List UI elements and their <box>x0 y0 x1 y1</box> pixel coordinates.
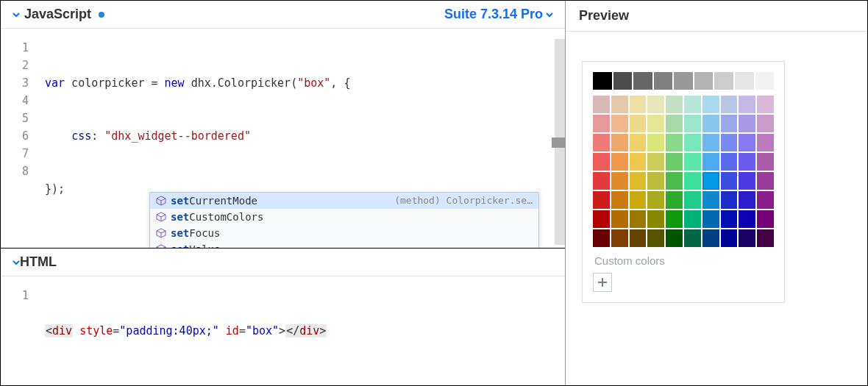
color-swatch[interactable] <box>630 153 647 171</box>
color-swatch[interactable] <box>611 210 628 228</box>
color-swatch[interactable] <box>684 134 701 151</box>
color-swatch[interactable] <box>611 191 628 209</box>
color-swatch[interactable] <box>647 153 664 171</box>
color-swatch[interactable] <box>630 229 647 247</box>
add-custom-color-button[interactable] <box>593 273 612 292</box>
color-swatch[interactable] <box>721 191 738 209</box>
color-swatch[interactable] <box>721 210 738 228</box>
suite-version-select[interactable]: Suite 7.3.14 Pro <box>444 7 553 22</box>
html-code-area[interactable]: <div style="padding:40px;" id="box"></di… <box>38 276 565 385</box>
autocomplete-item[interactable]: setValue <box>150 241 538 248</box>
color-swatch[interactable] <box>684 115 701 132</box>
color-swatch[interactable] <box>757 210 774 228</box>
autocomplete-item[interactable]: setCurrentMode(method) Colorpicker.se… <box>150 193 538 209</box>
color-swatch[interactable] <box>739 172 755 190</box>
color-swatch[interactable] <box>714 72 733 90</box>
color-swatch[interactable] <box>702 115 719 132</box>
color-swatch[interactable] <box>739 210 755 228</box>
color-swatch[interactable] <box>684 96 701 113</box>
color-swatch[interactable] <box>721 134 738 151</box>
color-swatch[interactable] <box>666 229 683 247</box>
color-swatch[interactable] <box>757 172 774 190</box>
color-swatch[interactable] <box>613 72 633 90</box>
color-swatch[interactable] <box>630 191 647 209</box>
color-swatch[interactable] <box>647 96 664 113</box>
autocomplete-item[interactable]: setFocus <box>150 225 538 241</box>
color-swatch[interactable] <box>721 115 738 132</box>
color-swatch[interactable] <box>739 153 755 171</box>
color-swatch[interactable] <box>593 96 610 113</box>
color-swatch[interactable] <box>702 153 719 171</box>
color-swatch[interactable] <box>647 134 664 151</box>
color-swatch[interactable] <box>593 172 610 190</box>
color-swatch[interactable] <box>739 96 755 113</box>
color-swatch[interactable] <box>674 72 693 90</box>
color-swatch[interactable] <box>702 172 719 190</box>
color-swatch[interactable] <box>647 172 664 190</box>
color-swatch[interactable] <box>757 115 774 132</box>
color-swatch[interactable] <box>702 96 719 113</box>
color-swatch[interactable] <box>735 72 754 90</box>
color-swatch[interactable] <box>739 134 755 151</box>
color-swatch[interactable] <box>654 72 673 90</box>
color-swatch[interactable] <box>757 96 774 113</box>
color-swatch[interactable] <box>647 115 664 132</box>
color-swatch[interactable] <box>593 72 612 90</box>
color-swatch[interactable] <box>633 72 652 90</box>
color-swatch[interactable] <box>739 191 755 209</box>
color-swatch[interactable] <box>702 210 719 228</box>
color-swatch[interactable] <box>666 96 683 113</box>
color-swatch[interactable] <box>630 96 647 113</box>
color-swatch[interactable] <box>611 229 628 247</box>
color-swatch[interactable] <box>630 115 647 132</box>
color-swatch[interactable] <box>593 115 610 132</box>
color-swatch[interactable] <box>630 134 647 151</box>
color-swatch[interactable] <box>666 115 683 132</box>
color-swatch[interactable] <box>739 115 755 132</box>
color-swatch[interactable] <box>630 172 647 190</box>
color-swatch[interactable] <box>721 229 738 247</box>
autocomplete-item[interactable]: setCustomColors <box>150 209 538 225</box>
color-swatch[interactable] <box>684 229 701 247</box>
color-swatch[interactable] <box>647 191 664 209</box>
color-swatch[interactable] <box>630 210 647 228</box>
color-swatch[interactable] <box>702 134 719 151</box>
color-swatch[interactable] <box>593 134 610 151</box>
color-swatch[interactable] <box>666 134 683 151</box>
color-swatch[interactable] <box>739 229 755 247</box>
color-swatch[interactable] <box>721 172 738 190</box>
color-swatch[interactable] <box>647 210 664 228</box>
color-swatch[interactable] <box>757 229 774 247</box>
color-swatch[interactable] <box>757 191 774 209</box>
color-swatch[interactable] <box>684 172 701 190</box>
chevron-down-icon[interactable] <box>13 259 20 266</box>
color-swatch[interactable] <box>666 153 683 171</box>
color-swatch[interactable] <box>755 72 775 90</box>
color-swatch[interactable] <box>702 229 719 247</box>
color-swatch[interactable] <box>666 172 683 190</box>
color-swatch[interactable] <box>593 191 610 209</box>
color-swatch[interactable] <box>647 229 664 247</box>
color-swatch[interactable] <box>702 191 719 209</box>
js-editor[interactable]: 12345678 var colorpicker = new dhx.Color… <box>1 29 565 248</box>
color-swatch[interactable] <box>694 72 714 90</box>
color-swatch[interactable] <box>593 153 610 171</box>
color-swatch[interactable] <box>721 96 738 113</box>
color-swatch[interactable] <box>721 153 738 171</box>
color-swatch[interactable] <box>757 134 774 151</box>
color-swatch[interactable] <box>684 153 701 171</box>
html-editor[interactable]: 1 <div style="padding:40px;" id="box"></… <box>1 276 565 385</box>
color-swatch[interactable] <box>611 172 628 190</box>
color-swatch[interactable] <box>611 153 628 171</box>
color-swatch[interactable] <box>611 134 628 151</box>
color-swatch[interactable] <box>666 210 683 228</box>
color-swatch[interactable] <box>593 210 610 228</box>
chevron-down-icon[interactable] <box>13 11 20 18</box>
autocomplete-popup[interactable]: setCurrentMode(method) Colorpicker.se…se… <box>149 192 539 248</box>
color-swatch[interactable] <box>684 191 701 209</box>
color-swatch[interactable] <box>757 153 774 171</box>
color-swatch[interactable] <box>666 191 683 209</box>
color-swatch[interactable] <box>611 115 628 132</box>
color-swatch[interactable] <box>611 96 628 113</box>
color-swatch[interactable] <box>684 210 701 228</box>
